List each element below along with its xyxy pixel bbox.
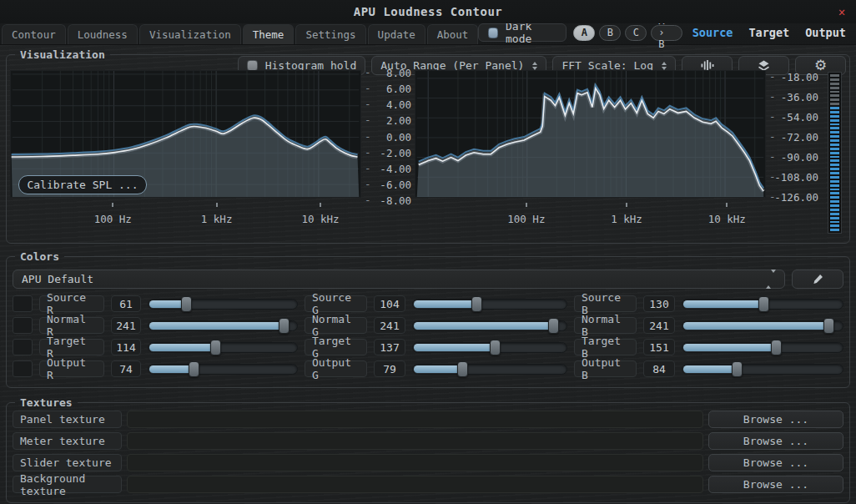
meter-segment [830, 156, 839, 159]
color-channel-slider[interactable] [148, 320, 298, 331]
color-swatch[interactable] [13, 317, 33, 334]
color-preset-select[interactable]: APU Default [13, 270, 785, 289]
meter-segment [830, 159, 839, 162]
meter-segment [830, 221, 839, 224]
tab-visualization[interactable]: Visualization [139, 24, 241, 44]
routing-output[interactable]: Output [805, 26, 846, 39]
tab-settings[interactable]: Settings [295, 24, 365, 44]
meter-segment [830, 139, 839, 142]
color-channel-slider[interactable] [412, 299, 567, 310]
meter-segment [830, 115, 839, 118]
color-swatch[interactable] [13, 360, 33, 377]
background-texture-field[interactable] [127, 476, 703, 493]
meter-segment [830, 83, 839, 85]
color-channel-value: 79 [374, 360, 405, 377]
tab-loudness[interactable]: Loudness [68, 24, 138, 44]
ab-button-a›b[interactable]: A › B [651, 25, 682, 41]
y-tick-label: 6.00 [365, 83, 411, 95]
color-channel-slider[interactable] [148, 342, 298, 353]
color-channel-label: Target G [305, 339, 367, 355]
slider-texture-field[interactable] [127, 454, 703, 471]
visualization-body: Calibrate SPL ... -8.00-6.00-4.00-2.00-0… [10, 69, 846, 238]
visualization-panel-title: Visualization [15, 48, 110, 61]
calibrate-spl-button[interactable]: Calibrate SPL ... [18, 175, 147, 194]
tab-theme[interactable]: Theme [243, 24, 295, 44]
color-row: Target R114Target G137Target B151 [13, 339, 843, 355]
color-channel-value: 84 [643, 360, 675, 377]
color-swatch[interactable] [13, 295, 33, 312]
slider-handle[interactable] [189, 361, 199, 377]
color-channel-slider[interactable] [682, 299, 843, 310]
color-channel-slider[interactable] [412, 342, 567, 353]
color-channel-slider[interactable] [412, 364, 567, 375]
slider-handle[interactable] [181, 296, 192, 312]
slider-fill [414, 322, 555, 330]
color-channel-slider[interactable] [148, 299, 298, 310]
meter-segment [830, 200, 839, 203]
fft-spectrum-chart[interactable] [415, 70, 766, 198]
meter-segment [830, 217, 839, 219]
slider-handle[interactable] [279, 318, 290, 334]
meter-segment [830, 164, 839, 166]
meter-segment [830, 172, 839, 174]
meter-segment [830, 189, 839, 191]
browse-button[interactable]: Browse ... [708, 454, 843, 471]
ab-button-c[interactable]: C [625, 25, 647, 41]
meter-segment [830, 98, 839, 101]
panel-texture-field[interactable] [127, 411, 703, 428]
color-row: Output R74Output G79Output B84 [13, 360, 843, 377]
color-channel-slider[interactable] [148, 364, 298, 375]
slider-handle[interactable] [457, 361, 468, 377]
color-channel-value: 241 [374, 317, 405, 334]
edit-preset-button[interactable] [792, 270, 843, 289]
meter-segment [830, 192, 839, 194]
color-channel-slider[interactable] [682, 320, 843, 331]
meter-segment [830, 74, 839, 77]
x-tick-label: 10 kHz [708, 213, 746, 225]
browse-button[interactable]: Browse ... [708, 432, 843, 450]
slider-handle[interactable] [471, 296, 482, 312]
slider-handle[interactable] [732, 361, 743, 377]
ab-button-a[interactable]: A [573, 25, 595, 41]
routing-source[interactable]: Source [692, 26, 733, 39]
browse-button[interactable]: Browse ... [708, 476, 843, 493]
tab-contour[interactable]: Contour [2, 24, 66, 44]
y-tick-label: -2.00 [365, 147, 411, 159]
meter-segment [830, 119, 839, 122]
y-tick-label: -8.00 [365, 194, 411, 207]
slider-handle[interactable] [758, 296, 769, 312]
tab-about[interactable]: About [427, 24, 479, 44]
color-channel-label: Normal B [574, 317, 637, 334]
color-swatch[interactable] [13, 339, 33, 355]
slider-handle[interactable] [548, 318, 559, 334]
meter-segment [830, 213, 839, 215]
ab-button-b[interactable]: B [599, 25, 621, 41]
dark-mode-toggle[interactable]: Dark mode [478, 23, 566, 42]
color-channel-label: Normal G [305, 317, 367, 334]
x-tick-label: 1 kHz [201, 213, 233, 225]
color-channel-slider[interactable] [412, 320, 567, 331]
slider-handle[interactable] [771, 340, 782, 355]
close-icon[interactable]: ✕ [834, 4, 849, 19]
meter-texture-field[interactable] [127, 432, 703, 450]
slider-handle[interactable] [210, 340, 221, 355]
routing-target[interactable]: Target [748, 26, 789, 39]
dark-mode-checkbox-icon[interactable] [488, 28, 498, 38]
browse-button[interactable]: Browse ... [708, 411, 843, 428]
color-channel-slider[interactable] [682, 342, 843, 353]
slider-handle[interactable] [823, 318, 834, 334]
textures-panel-title: Textures [15, 396, 78, 409]
color-sliders-grid: Source R61Source G104Source B130Normal R… [10, 295, 846, 377]
color-channel-slider[interactable] [682, 364, 843, 375]
color-channel-label: Output G [305, 360, 367, 377]
tab-update[interactable]: Update [368, 24, 425, 44]
x-tick-mark [216, 203, 218, 207]
meter-segment [830, 123, 839, 126]
app-window: APU Loudness Contour ✕ ContourLoudnessVi… [0, 0, 856, 504]
texture-row: Background textureBrowse ... [13, 476, 843, 493]
color-channel-label: Source R [39, 295, 104, 312]
slider-fill [683, 322, 830, 330]
y-tick-label: -108.00 [772, 171, 818, 184]
tab-bar: ContourLoudnessVisualizationThemeSetting… [0, 23, 856, 45]
slider-handle[interactable] [490, 340, 501, 355]
